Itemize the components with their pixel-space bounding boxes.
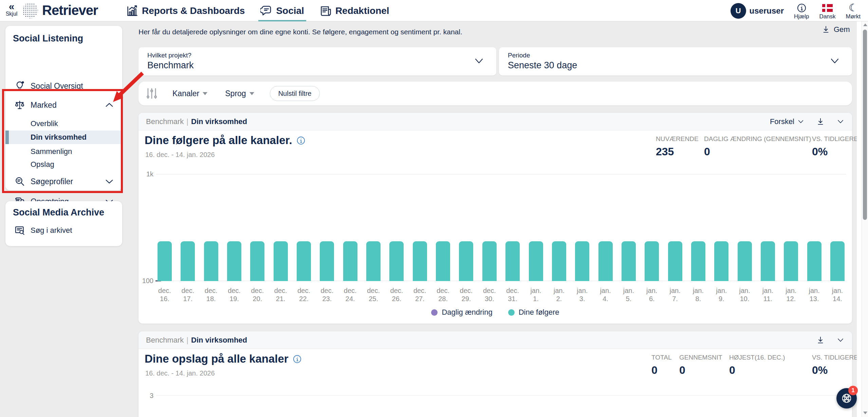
x-axis-label: dec.27. [413, 286, 427, 303]
tab-reports-dashboards[interactable]: Reports & Dashboards [126, 0, 245, 21]
difference-label: Forskel [770, 117, 794, 126]
breadcrumb-page: Din virksomhed [191, 336, 247, 344]
sidebar-item-sog-i-arkivet[interactable]: Søg i arkivet [5, 222, 122, 239]
followers-chart: 1k 100 dec.16.dec.17.dec.18.dec.19.dec.2… [156, 174, 846, 303]
legend-item-dine-folgere[interactable]: Dine følgere [508, 308, 559, 317]
language-filter-label: Sprog [225, 89, 246, 98]
help-button[interactable]: Hjælp [794, 1, 809, 20]
save-label: Gem [834, 25, 850, 34]
x-axis-label: dec.20. [250, 286, 264, 303]
scrollbar-thumb[interactable] [863, 30, 867, 220]
tab-label: Redaktionel [335, 5, 389, 16]
x-axis-label: jan.7. [668, 286, 682, 303]
x-axis-label: dec.28. [436, 286, 450, 303]
stat-average: GENNEMSNIT 0 [679, 354, 722, 377]
sidebar-item-label: Opslag [31, 160, 54, 169]
x-axis-label: dec.16. [158, 286, 172, 303]
scroll-gutter [857, 21, 862, 417]
info-icon[interactable] [296, 136, 306, 145]
legend-item-daglig-aendring[interactable]: Daglig ændring [431, 308, 492, 317]
theme-label: Mørkt [846, 13, 861, 20]
dark-mode-button[interactable]: ☾ Mørkt [846, 1, 861, 20]
x-axis-label: jan.8. [691, 286, 705, 303]
bar-chart-icon [126, 5, 138, 17]
x-axis-label: dec.22. [297, 286, 311, 303]
newspaper-icon [320, 5, 332, 17]
scroll-down-arrow[interactable] [863, 412, 867, 414]
bar [389, 174, 404, 281]
posts-chart-title: Dine opslag på alle kanaler [145, 352, 289, 365]
followers-card-header: Benchmark|Din virksomhed Forskel [138, 113, 852, 131]
sidebar-item-label: Marked [31, 101, 57, 110]
vertical-scrollbar[interactable] [862, 21, 868, 417]
sidebar-item-label: Social Oversigt [31, 82, 83, 91]
channels-filter-dropdown[interactable]: Kanaler [172, 89, 207, 98]
speech-bubble-icon [260, 5, 273, 17]
bar [738, 174, 752, 281]
sidebar-item-marked[interactable]: Marked [5, 98, 122, 112]
tab-social[interactable]: Social [260, 0, 304, 21]
period-selector[interactable]: Periode Seneste 30 dage [499, 47, 852, 75]
reset-filters-button[interactable]: Nulstil filtre [270, 86, 320, 101]
sidebar-item-din-virksomhed[interactable]: Din virksomhed [5, 131, 122, 144]
download-icon[interactable] [816, 336, 825, 345]
x-axis-label: dec.25. [366, 286, 381, 303]
period-selector-label: Periode [508, 52, 530, 59]
breadcrumb: Benchmark|Din virksomhed [146, 336, 247, 345]
bar [250, 174, 264, 281]
x-axis-label: jan.2. [552, 286, 566, 303]
bar [204, 174, 218, 281]
retriever-logo-icon[interactable] [22, 3, 38, 18]
x-axis-label: jan.12. [784, 286, 798, 303]
search-profile-icon [14, 176, 25, 187]
x-axis-label: dec.24. [343, 286, 357, 303]
stat-vs-previous: VS. TIDLIGERE 0% [812, 354, 858, 377]
download-icon[interactable] [816, 117, 825, 126]
save-button[interactable]: Gem [821, 25, 850, 34]
brand-name[interactable]: Retriever [42, 3, 98, 18]
tab-label: Social [276, 5, 304, 16]
x-axis-label: dec.19. [227, 286, 241, 303]
scroll-up-arrow[interactable] [863, 23, 867, 26]
sidebar-item-social-oversigt[interactable]: Social Oversigt [5, 79, 122, 93]
project-selector[interactable]: Hvilket projekt? Benchmark [138, 47, 496, 75]
sidebar-item-overblik[interactable]: Overblik [5, 117, 122, 131]
sidebar-item-sammenlign[interactable]: Sammenlign [5, 145, 122, 158]
danish-flag-icon [822, 4, 833, 12]
language-button[interactable]: Dansk [819, 1, 835, 20]
difference-dropdown[interactable]: Forskel [770, 117, 805, 126]
active-tab-underline [258, 20, 306, 21]
x-axis-label: dec.29. [459, 286, 473, 303]
chevron-down-icon[interactable] [104, 176, 115, 187]
bar [274, 174, 288, 281]
channels-filter-label: Kanaler [172, 89, 199, 98]
sidebar-item-opslag[interactable]: Opslag [5, 158, 122, 171]
x-axis-label: jan.13. [807, 286, 821, 303]
x-axis-label: jan.11. [761, 286, 775, 303]
y-tick-label: 1k [146, 170, 153, 178]
chart-legend: Daglig ændring Dine følgere [138, 308, 852, 317]
tab-redaktionel[interactable]: Redaktionel [320, 0, 389, 21]
chevron-down-icon[interactable] [836, 118, 845, 125]
sidebar-item-label: Din virksomhed [31, 133, 87, 142]
x-axis-label: dec.17. [181, 286, 195, 303]
language-filter-dropdown[interactable]: Sprog [225, 89, 254, 98]
collapse-sidebar-button[interactable]: « Skjul [3, 1, 20, 17]
info-icon[interactable] [293, 354, 302, 364]
x-axis-label: jan.1. [529, 286, 543, 303]
y-tick-label: 3 [150, 392, 153, 400]
bar [761, 174, 775, 281]
x-axis-label: dec.30. [482, 286, 497, 303]
lightbulb-icon [14, 81, 25, 91]
notification-badge[interactable]: 1 [848, 386, 858, 395]
user-menu[interactable]: U useruser [731, 3, 784, 19]
bar [529, 174, 543, 281]
bar [645, 174, 659, 281]
chevron-down-icon[interactable] [836, 337, 845, 344]
sidebar-item-sogeprofiler[interactable]: Søgeprofiler [5, 174, 122, 189]
followers-date-range: 16. dec. - 14. jan. 2026 [145, 151, 215, 159]
info-icon [797, 3, 807, 13]
chevron-up-icon[interactable] [104, 100, 115, 110]
chevron-down-icon [830, 57, 840, 66]
sidebar-section-title: Social Media Archive [13, 207, 104, 218]
